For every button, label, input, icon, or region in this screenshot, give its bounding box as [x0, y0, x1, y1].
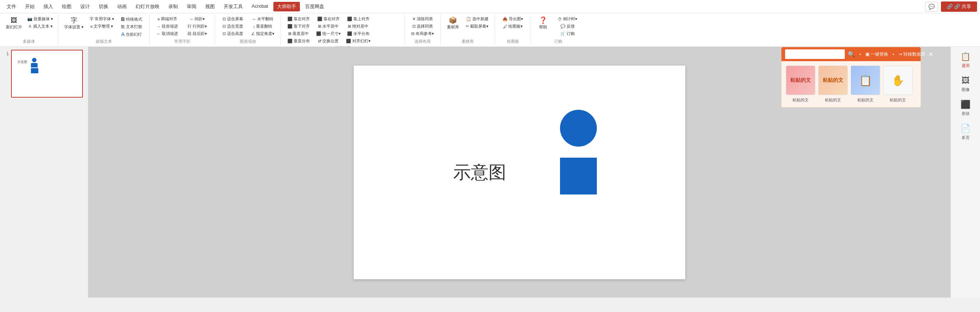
clipboard-item-4[interactable]: ✋ 粘贴的文: [883, 65, 913, 103]
sidebar-item-shape[interactable]: ⬛ 形状: [953, 98, 978, 119]
dist-v-btn[interactable]: ⬛ 垂直分布: [284, 38, 313, 45]
drawing-board-btn[interactable]: 🖊 绘图板▾: [498, 23, 528, 30]
select-new-icon: 📋: [466, 17, 471, 21]
flip-h-btn[interactable]: ↔ 水平翻转: [248, 16, 277, 22]
select-new-btn[interactable]: 📋 选中新建: [462, 16, 492, 22]
menu-animation[interactable]: 动画: [113, 2, 130, 11]
menu-acrobat[interactable]: Acrobat: [248, 2, 272, 11]
menu-view[interactable]: 视图: [202, 2, 218, 11]
menu-switch[interactable]: 切换: [95, 2, 112, 11]
countdown-btn[interactable]: ⏱ 倒计时▾: [553, 16, 582, 22]
indent-btn[interactable]: → 段首缩进: [153, 23, 182, 30]
clipboard-close-button[interactable]: ✕: [928, 51, 933, 58]
para-spacing-btn[interactable]: 段 段后距▾: [182, 30, 212, 37]
slide-thumbnail-1: 1 示意图: [3, 50, 85, 98]
share-button[interactable]: 🔗 🔗 共享: [941, 2, 977, 12]
help-btn[interactable]: ❓ 帮助: [534, 16, 552, 31]
text-scatter-label: 文本打散: [126, 24, 142, 29]
slide-panel: 1 示意图: [0, 47, 88, 298]
chat-button[interactable]: 💬: [925, 2, 938, 11]
center-v-btn[interactable]: ⊞ 垂直居中: [284, 30, 313, 37]
dist-v-icon: ⬛: [287, 39, 293, 43]
font-settings-btn[interactable]: 字 字体设置 ▾: [61, 16, 87, 31]
sidebar-item-multipage[interactable]: 📄 多页: [953, 121, 978, 143]
clipboard-transfer-button[interactable]: ⇒ 转移数据库: [899, 51, 926, 57]
fit-height-btn[interactable]: ⊡ 适合高度: [218, 30, 248, 37]
same-size-btn[interactable]: ⬛ 统一尺寸▾: [313, 30, 343, 37]
transfer-label: 转移数据库: [904, 51, 926, 57]
special-format-btn[interactable]: B 特殊格式: [117, 16, 146, 23]
center-abs-btn[interactable]: ⊞ 绝对居中: [344, 23, 373, 30]
text-organize-btn[interactable]: ≡ 文字整理 ▾: [87, 23, 116, 30]
menu-insert[interactable]: 插入: [40, 2, 57, 11]
flip-v-btn[interactable]: ↕ 垂直翻转: [248, 23, 277, 30]
sidebar-item-common[interactable]: 📋 通用: [953, 50, 978, 71]
clipboard-search-button[interactable]: 🔍: [848, 51, 855, 58]
clipboard-search-input[interactable]: [785, 49, 845, 59]
new-slide-btn[interactable]: 🖼 新幻灯片: [3, 16, 25, 31]
clear-same-label: 清除同类: [417, 16, 433, 22]
clipboard-label-4: 粘贴的文: [890, 97, 906, 103]
center-h-btn[interactable]: ⊞ 水平居中: [313, 23, 343, 30]
line-spacing-btn[interactable]: 行 行间距▾: [182, 23, 212, 30]
current-slide-btn[interactable]: A 当前幻灯: [117, 30, 146, 38]
export-img-btn[interactable]: 📤 导出图▾: [498, 16, 528, 22]
feedback-btn[interactable]: 💬 反馈: [553, 23, 582, 30]
assets-lib-btn[interactable]: 📦 素材库: [444, 16, 462, 31]
menu-start[interactable]: 开始: [21, 2, 38, 11]
menu-baidu[interactable]: 百度网盘: [301, 2, 328, 11]
clipboard-replace-button[interactable]: ▣ 一键替换: [865, 51, 888, 57]
sidebar-item-image[interactable]: 🖼 图像: [953, 74, 978, 95]
fit-width-btn[interactable]: ⊡ 适合宽度: [218, 23, 248, 30]
image-label: 图像: [962, 87, 970, 92]
canvas-square[interactable]: [560, 158, 597, 194]
menu-slideshow[interactable]: 幻灯片放映: [132, 2, 163, 11]
batch-media-btn[interactable]: 📷 批量媒体 ▾: [25, 16, 55, 22]
text-scatter-btn[interactable]: 散 文本打散: [117, 23, 146, 30]
fit-screen-btn[interactable]: ⊡ 适合屏幕: [218, 16, 248, 22]
thumb-circle: [32, 58, 37, 62]
clipboard-preview-3: 📋: [851, 65, 880, 95]
transfer-separator: ▪: [892, 52, 894, 56]
justify-btn[interactable]: ≡ 两端对齐: [153, 16, 182, 22]
spacing-btn[interactable]: ↔ 间距▾: [182, 16, 212, 22]
select-same-btn[interactable]: ⊡ 选择同类: [408, 23, 438, 30]
menu-draw[interactable]: 绘图: [58, 2, 75, 11]
screenshot-btn[interactable]: ✂ 截取屏幕▾: [462, 23, 492, 30]
slide-canvas[interactable]: 示意图: [354, 65, 685, 279]
align-bottom-btn[interactable]: ⬛ 靠下对齐: [284, 23, 313, 30]
menu-dashi[interactable]: 大师助手: [274, 2, 300, 11]
menu-file[interactable]: 文件: [3, 2, 20, 11]
insert-text-btn[interactable]: Ａ 插入文本 ▾: [25, 23, 55, 30]
align-right-btn[interactable]: ⬛ 靠右对齐: [313, 16, 343, 22]
common-font-btn[interactable]: 字 常用字体 ▾: [87, 16, 116, 22]
clipboard-item-2[interactable]: 粘贴的文 粘贴的文: [818, 65, 848, 103]
unindent-btn[interactable]: ← 取消缩进: [153, 30, 182, 37]
align-top-btn[interactable]: ⬛ 靠上对齐: [344, 16, 373, 22]
canvas-circle[interactable]: [560, 110, 597, 146]
menu-record[interactable]: 录制: [165, 2, 181, 11]
rotate-btn[interactable]: ∠ 指定角度▾: [248, 30, 277, 37]
dist-h-btn[interactable]: ⬛ 水平分布: [344, 30, 373, 37]
align-slide-btn[interactable]: ⬛ 对齐幻灯▾: [344, 38, 373, 45]
subscribe-btn[interactable]: 🛒 订购: [553, 30, 582, 37]
center-v-icon: ⊞: [288, 31, 291, 36]
align-bottom-label: 靠下对齐: [294, 24, 310, 29]
swap-pos-btn[interactable]: ⇄ 交换位置: [313, 38, 343, 45]
drawing-col: 📤 导出图▾ 🖊 绘图板▾: [498, 16, 528, 30]
menu-design[interactable]: 设计: [76, 2, 94, 11]
para-spacing-icon: 段: [188, 31, 192, 37]
align-bottom-icon: ⬛: [287, 24, 293, 29]
menu-review[interactable]: 审阅: [183, 2, 200, 11]
export-img-icon: 📤: [503, 17, 508, 21]
layout-ref-btn[interactable]: ⊟ 布局参考▾: [408, 30, 438, 37]
ribbon-content: 🖼 新幻灯片 📷 批量媒体 ▾ Ａ 插入文本 ▾ 多媒体: [0, 13, 980, 46]
align-left-btn[interactable]: ⬛ 靠左对齐: [284, 16, 313, 22]
slide-thumb[interactable]: 示意图: [11, 50, 83, 98]
title-bar-right: 💬 🔗 🔗 共享: [925, 2, 977, 12]
clipboard-item-3[interactable]: 📋 粘贴的文: [851, 65, 880, 103]
fit-screen-label: 适合屏幕: [227, 16, 243, 22]
menu-devtools[interactable]: 开发工具: [220, 2, 247, 11]
clear-same-btn[interactable]: ✕ 清除同类: [408, 16, 438, 22]
clipboard-item-1[interactable]: 粘贴的文 粘贴的文: [786, 65, 815, 103]
